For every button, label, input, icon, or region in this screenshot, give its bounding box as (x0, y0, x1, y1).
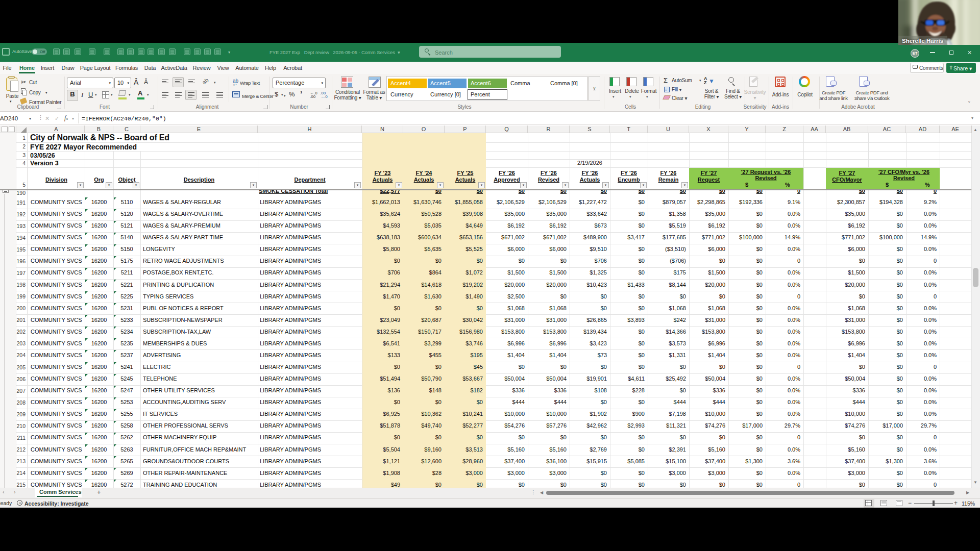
svg-text:Sherelle Harris: Sherelle Harris (902, 38, 943, 44)
